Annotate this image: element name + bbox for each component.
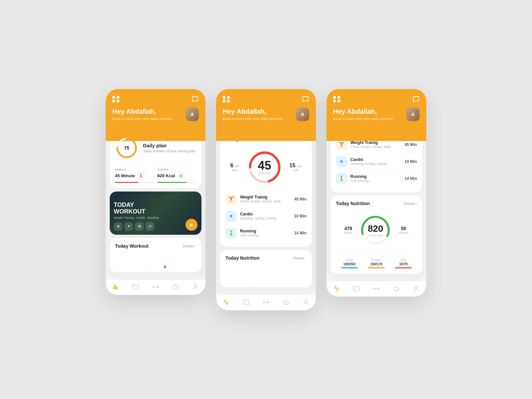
timer-inner: 45 of 60 Min	[258, 160, 271, 175]
nutrition-title-2: Today Nutrition	[225, 255, 259, 261]
workout-detail-name-2: Cardio	[350, 157, 401, 162]
workout-icon: 🏃	[137, 172, 145, 180]
screen-1: Hey Abdallah, Keep in track with your da…	[106, 89, 205, 295]
nutrition-inner: 820 of 1300 Kcal	[368, 223, 383, 237]
chat-icon-3[interactable]	[412, 96, 420, 103]
svg-rect-17	[268, 302, 269, 303]
nav-activity-2[interactable]	[223, 299, 229, 306]
workout-detail-time-3: 14 Min	[405, 176, 417, 181]
nav-cloud-1[interactable]	[172, 284, 179, 290]
nutrition-details-2[interactable]: Details ›	[293, 256, 307, 260]
workout-detail-time-1: 45 Min	[405, 142, 417, 147]
chat-icon[interactable]	[192, 96, 199, 103]
svg-rect-23	[378, 288, 379, 289]
banner-subtitle: Weight Traning · Cardio · Running	[114, 216, 186, 219]
banner-btn-4[interactable]: ⊙	[146, 222, 154, 231]
burned-num: 50	[399, 226, 408, 231]
workout-detail-2: ♥ Cardio Jumping, cycling, rowing... 10 …	[336, 153, 417, 170]
workout-stat: Workout 45 Minute 🏃	[115, 168, 154, 183]
nutrition-label: Nutrition	[157, 168, 196, 171]
burned-side: 50 Burned	[399, 226, 408, 234]
exercise-icon-1: 🏋️	[225, 194, 237, 205]
workout-detail-info-2: Cardio Jumping, cycling, rowing...	[350, 157, 401, 166]
exercise-item-1: 🏋️ Weight Trainig Chest, biceps, triceps…	[225, 191, 307, 208]
macro-carbs: Carbs 100/250	[341, 258, 358, 268]
workout-details-link[interactable]: Details ›	[183, 244, 196, 248]
exercise-info-3: Running Just running...	[240, 229, 291, 237]
fats-bar	[395, 267, 412, 268]
header-2: Hey Abdallah, Keep in track with your da…	[216, 89, 316, 141]
protein-val: 150/170	[368, 262, 385, 266]
exercise-desc-3: Just running...	[240, 233, 291, 237]
nav-folder-2[interactable]	[243, 299, 249, 306]
workout-detail-info-3: Running Just running...	[350, 174, 401, 183]
nav-activity-3[interactable]	[333, 285, 340, 292]
exercise-name-1: Weight Trainig	[240, 195, 291, 200]
svg-point-13	[254, 272, 278, 283]
nutrition-details-3[interactable]: Details ›	[404, 201, 417, 205]
workout-detail-desc-3: Just running...	[350, 179, 401, 183]
nav-folder-1[interactable]	[132, 284, 139, 290]
banner-content: TODAYWORKOUT Weight Traning · Cardio · R…	[114, 202, 186, 231]
avatar-2: A	[296, 108, 309, 121]
nav-dumbbell-2[interactable]	[263, 299, 269, 306]
macros-row: Carbs 100/250 Protein 150/170 Fats 10/70	[336, 254, 417, 268]
grid-icon[interactable]	[112, 96, 120, 102]
macro-protein: Protein 150/170	[368, 258, 385, 268]
header-user-1: Hey Abdallah, Keep in track with your da…	[112, 108, 199, 121]
workout-detail-3: 🚶 Running Just running... 14 Min	[336, 170, 417, 187]
banner-btn-3[interactable]: ⊞	[135, 222, 144, 231]
daily-plan-title: Daily plan	[143, 143, 196, 148]
svg-point-9	[195, 284, 197, 287]
svg-rect-16	[263, 302, 264, 303]
subtitle-1: Keep in track with your daily activites	[112, 117, 172, 121]
chat-icon-2[interactable]	[302, 96, 309, 103]
exercise-icon-3: 🚶	[225, 227, 237, 239]
exercise-desc-1: Chest, biceps, triceps, back	[240, 200, 291, 203]
workout-detail-desc-1: Chest, biceps, triceps, back	[350, 145, 401, 149]
nutrition-preview-2	[225, 265, 307, 285]
nav-activity-1[interactable]	[112, 284, 119, 290]
nav-person-2[interactable]	[303, 299, 309, 306]
header-top-3	[333, 96, 420, 103]
nav-person-1[interactable]	[192, 284, 199, 290]
header-user-3: Hey Abdallah, Keep in track with your da…	[333, 108, 420, 121]
exercise-time-3: 14 Min	[294, 231, 307, 235]
screen-3: Hey Abdallah, Keep in track with your da…	[327, 89, 426, 297]
grid-icon-2[interactable]	[223, 96, 230, 102]
grid-icon-3[interactable]	[333, 96, 340, 102]
svg-point-3	[146, 257, 165, 268]
nav-folder-3[interactable]	[353, 285, 360, 292]
exercise-name-2: Cardio	[240, 212, 291, 216]
exercise-name-3: Running	[240, 229, 291, 233]
nav-dumbbell-1[interactable]	[152, 284, 159, 290]
bottom-nav-2	[216, 295, 316, 310]
nav-cloud-3[interactable]	[393, 285, 400, 292]
svg-rect-22	[374, 288, 375, 289]
kcal-num: 820	[368, 223, 383, 234]
exercise-info-2: Cardio Jumping, cycling, rowing...	[240, 212, 291, 220]
nav-cloud-2[interactable]	[283, 299, 289, 306]
nutrition-card-2: Today Nutrition Details ›	[220, 250, 312, 287]
avatar-img-3: A	[406, 108, 420, 121]
banner-bg: TODAYWORKOUT Weight Traning · Cardio · R…	[110, 192, 201, 235]
progress-circle: 75	[115, 136, 138, 160]
macro-fats: Fats 10/70	[395, 258, 412, 268]
rest-side: 6 Min Rest	[230, 163, 240, 172]
play-button[interactable]: ▶	[186, 219, 198, 231]
body-3: 🏋️ Weight Trainig Chest, biceps, triceps…	[327, 131, 426, 281]
header-text-1: Hey Abdallah, Keep in track with your da…	[112, 108, 172, 121]
rest-label: Rest	[230, 169, 240, 172]
avatar-img-2: A	[296, 108, 309, 121]
banner-btn-2[interactable]: ✦	[124, 222, 133, 231]
fats-val: 10/70	[395, 262, 412, 266]
avatar-1: A	[186, 108, 199, 121]
greeting-1: Hey Abdallah,	[112, 108, 172, 115]
timer-big-num: 45	[258, 160, 271, 172]
nav-person-3[interactable]	[413, 285, 420, 292]
banner-btn-1[interactable]: ⊕	[114, 222, 122, 231]
protein-name: Protein	[368, 258, 385, 262]
nutrition-fill	[157, 182, 187, 183]
header-user-2: Hey Abdallah, Keep in track with your da…	[223, 108, 309, 121]
nav-dumbbell-3[interactable]	[373, 285, 380, 292]
